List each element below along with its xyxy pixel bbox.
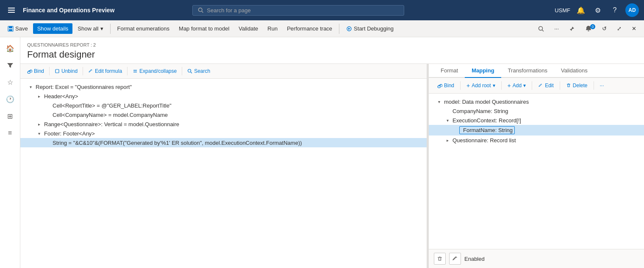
mapping-expand-icon[interactable]: ▾: [436, 98, 442, 105]
tab-validations[interactable]: Validations: [554, 64, 594, 78]
toolbar-more-button[interactable]: ···: [550, 23, 563, 34]
right-toolbar-sep-4: [560, 81, 560, 90]
nav-filter-button[interactable]: [3, 58, 18, 73]
expand-collapse-button[interactable]: Expand/collapse: [129, 66, 180, 76]
toolbar-expand-button[interactable]: ⤢: [613, 23, 626, 34]
right-pane-bottom-bar: Enabled: [429, 249, 644, 268]
validate-button[interactable]: Validate: [234, 23, 262, 34]
edit-icon: [88, 69, 93, 74]
tree-expand-icon[interactable]: ▸: [36, 93, 42, 99]
svg-point-9: [539, 26, 543, 30]
tree-item[interactable]: ▸Range<Questionnaire>: Vertical = model.…: [20, 119, 427, 129]
right-more-button[interactable]: ···: [597, 81, 608, 90]
mapping-item[interactable]: ▾ExecutionContext: Record[!]: [429, 116, 644, 125]
mapping-item-label: ExecutionContext: Record[!]: [452, 117, 521, 124]
tree-expand-icon[interactable]: ▾: [27, 83, 34, 90]
trash-icon: [566, 83, 571, 88]
add-button[interactable]: + Add ▾: [504, 80, 530, 91]
notifications-button[interactable]: 🔔: [575, 4, 587, 17]
mapping-item[interactable]: ▸Questionnaire: Record list: [429, 135, 644, 145]
right-toolbar-sep-5: [594, 81, 594, 90]
tree-item-label: Footer: Footer<Any>: [44, 130, 95, 137]
toolbar-refresh-button[interactable]: ↺: [598, 23, 611, 34]
tree-item[interactable]: Cell<CompanyName> = model.CompanyName: [20, 110, 427, 119]
mapping-item[interactable]: FormatName: String: [429, 125, 644, 135]
svg-rect-7: [9, 29, 12, 31]
tree-expand-icon: [44, 139, 51, 146]
hamburger-menu-button[interactable]: [5, 4, 18, 17]
toolbar-pin-button[interactable]: [565, 24, 579, 34]
start-debugging-button[interactable]: Start Debugging: [342, 23, 398, 34]
nav-recent-button[interactable]: 🕐: [3, 91, 18, 107]
tree-item-label: Header<Any>: [44, 93, 78, 99]
right-delete-button[interactable]: Delete: [563, 81, 591, 90]
mapping-expand-icon: [444, 108, 451, 114]
mapping-pane: Format Mapping Transformations Validatio…: [429, 64, 644, 268]
page-header: QUESTIONNAIRES REPORT : 2 Format designe…: [20, 37, 644, 64]
right-bind-button[interactable]: Bind: [434, 81, 458, 90]
unbind-button[interactable]: Unbind: [51, 66, 81, 76]
performance-trace-button[interactable]: Performance trace: [283, 23, 336, 34]
settings-button[interactable]: ⚙: [591, 4, 604, 17]
bottom-delete-button[interactable]: [434, 253, 446, 265]
right-toolbar-sep-3: [532, 81, 532, 90]
help-button[interactable]: ?: [608, 4, 621, 17]
mapping-expand-icon[interactable]: ▾: [444, 117, 451, 124]
tree-item-label: String = "&C&10"&(FORMAT("Generated by'%…: [53, 140, 302, 146]
nav-workspaces-button[interactable]: ⊞: [3, 108, 18, 124]
search-icon: [198, 7, 203, 13]
left-toolbar-sep-1: [49, 67, 50, 75]
nav-home-button[interactable]: 🏠: [3, 41, 18, 56]
main-toolbar: Save Show details Show all ▾ Format enum…: [0, 20, 644, 37]
show-details-button[interactable]: Show details: [33, 23, 73, 34]
bottom-edit-button[interactable]: [449, 253, 461, 265]
toolbar-notification-button[interactable]: 0: [581, 23, 596, 34]
mapping-tree: ▾model: Data model QuestionnairesCompany…: [429, 94, 644, 249]
edit-formula-button[interactable]: Edit formula: [85, 66, 125, 76]
global-search-bar[interactable]: [192, 5, 404, 16]
tab-format[interactable]: Format: [434, 64, 465, 78]
global-search-input[interactable]: [207, 7, 399, 14]
tree-item[interactable]: ▸Header<Any>: [20, 91, 427, 101]
notification-badge: 0: [590, 24, 595, 29]
add-root-button[interactable]: + Add root ▾: [463, 80, 499, 91]
company-label: USMF: [555, 7, 570, 14]
toolbar-search-button[interactable]: [534, 24, 548, 34]
bind-button[interactable]: Bind: [24, 66, 47, 76]
svg-rect-1: [8, 10, 15, 11]
save-button[interactable]: Save: [3, 23, 32, 34]
mapping-item[interactable]: ▾model: Data model Questionnaires: [429, 97, 644, 106]
svg-rect-11: [56, 69, 59, 73]
right-edit-button[interactable]: Edit: [535, 81, 557, 90]
plus-icon: +: [466, 82, 470, 89]
nav-list-button[interactable]: ≡: [3, 125, 18, 141]
mapping-expand-icon[interactable]: ▸: [444, 137, 451, 144]
run-button[interactable]: Run: [263, 23, 282, 34]
tab-transformations[interactable]: Transformations: [501, 64, 554, 78]
page-title: Format designer: [27, 49, 637, 60]
avatar[interactable]: AD: [625, 3, 639, 17]
tree-item[interactable]: Cell<ReportTitle> = @"GER_LABEL:ReportTi…: [20, 101, 427, 110]
left-search-button[interactable]: Search: [184, 66, 214, 76]
content-area: QUESTIONNAIRES REPORT : 2 Format designe…: [20, 37, 644, 268]
right-toolbar-sep-2: [501, 81, 502, 90]
mapping-item[interactable]: CompanyName: String: [429, 106, 644, 116]
tree-expand-icon[interactable]: ▾: [36, 130, 42, 137]
filter-icon: [7, 62, 14, 69]
tree-item[interactable]: ▾Footer: Footer<Any>: [20, 129, 427, 138]
tab-mapping[interactable]: Mapping: [465, 64, 501, 78]
map-format-to-model-button[interactable]: Map format to model: [175, 23, 233, 34]
toolbar-search-icon: [538, 26, 544, 32]
format-enumerations-button[interactable]: Format enumerations: [113, 23, 174, 34]
toolbar-close-button[interactable]: ✕: [627, 23, 641, 34]
show-all-button[interactable]: Show all ▾: [73, 23, 107, 34]
app-title: Finance and Operations Preview: [23, 7, 114, 14]
nav-favorites-button[interactable]: ☆: [3, 75, 18, 90]
mapping-item-label: FormatName: String: [463, 127, 513, 133]
tree-expand-icon: [44, 111, 51, 118]
tree-expand-icon[interactable]: ▸: [36, 121, 42, 127]
svg-rect-6: [9, 26, 12, 28]
tree-item[interactable]: ▾Report: Excel = "Questionnaires report": [20, 82, 427, 91]
right-edit-icon: [538, 83, 543, 88]
tree-item[interactable]: String = "&C&10"&(FORMAT("Generated by'%…: [20, 138, 427, 147]
